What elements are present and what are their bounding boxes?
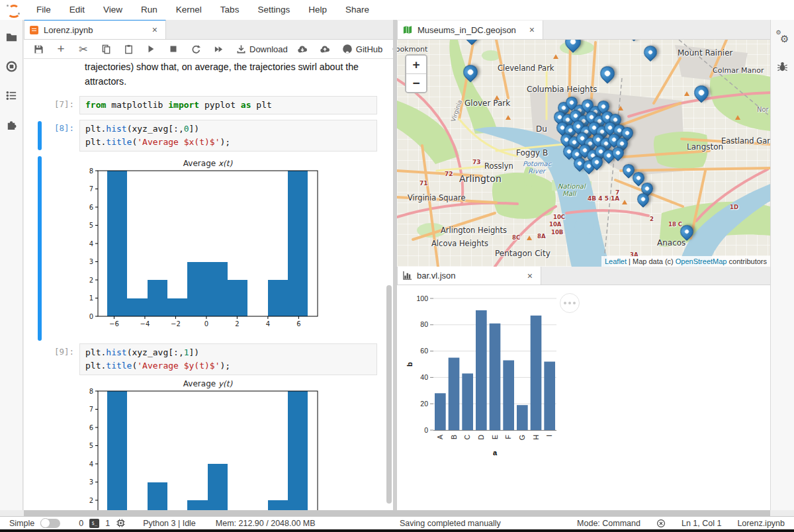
svg-text:2: 2 — [89, 277, 93, 284]
menu-file[interactable]: File — [27, 0, 60, 20]
main-area: Lorenz.ipynb × + ✂ — [0, 20, 794, 516]
save-icon[interactable] — [33, 44, 44, 54]
osm-link[interactable]: OpenStreetMap — [676, 257, 727, 265]
tab-bar-vl-json[interactable]: bar.vl.json × — [397, 267, 541, 285]
map-label: Alcova Heights — [431, 239, 488, 248]
tab-label: Museums_in_DC.geojson — [418, 25, 516, 35]
menu-settings[interactable]: Settings — [248, 0, 299, 20]
close-icon[interactable]: × — [525, 271, 535, 281]
svg-text:G: G — [518, 435, 526, 440]
leaflet-map[interactable]: + − Leaflet | Map data (c) OpenStreetMap… — [397, 40, 770, 267]
window-bottom-edge — [0, 529, 794, 532]
svg-text:C: C — [463, 435, 471, 440]
jupyterlab-app: FileEditViewRunKernelTabsSettingsHelpSha… — [0, 0, 794, 532]
map-label: 8A — [537, 233, 546, 240]
notebook-content: trajectories) show that, on average, the… — [24, 59, 393, 510]
run-icon[interactable] — [146, 44, 156, 54]
map-zoom-control: + − — [405, 54, 427, 93]
map-label: Langston — [687, 142, 723, 152]
file-browser-icon[interactable] — [5, 30, 18, 44]
zoom-in-button[interactable]: + — [406, 56, 426, 74]
menu-edit[interactable]: Edit — [60, 0, 94, 20]
cursor-position[interactable]: Ln 1, Col 1 — [682, 519, 721, 528]
statusbar: Simple 0 $_ 1 Python 3 | Idle Mem: 212.9… — [0, 516, 794, 529]
svg-text:40: 40 — [420, 373, 428, 381]
extension-manager-icon[interactable] — [5, 118, 18, 131]
map-label: Mall — [562, 190, 576, 197]
map-label: Mount Rainier — [678, 48, 732, 58]
svg-text:3: 3 — [89, 478, 93, 486]
trust-indicator-icon — [656, 519, 666, 528]
property-inspector-icon[interactable]: ⚙ ⚙ — [776, 30, 789, 44]
cloud-download-icon[interactable] — [297, 44, 308, 54]
menu-tabs[interactable]: Tabs — [211, 0, 249, 20]
right-sidebar: ⚙ ⚙ — [770, 20, 794, 510]
svg-text:7: 7 — [89, 185, 93, 193]
running-kernels-icon[interactable] — [5, 60, 18, 73]
svg-text:b: b — [406, 362, 414, 367]
svg-text:a: a — [493, 449, 498, 457]
menu-run[interactable]: Run — [132, 0, 167, 20]
svg-text:1: 1 — [89, 294, 93, 302]
github-button[interactable]: GitHub — [342, 44, 382, 54]
close-icon[interactable]: × — [150, 24, 160, 35]
close-icon[interactable]: × — [527, 24, 537, 35]
svg-text:4: 4 — [89, 240, 93, 247]
cloud-upload-icon[interactable] — [320, 44, 330, 54]
kernel-status[interactable]: Python 3 | Idle — [143, 519, 196, 528]
copy-icon[interactable] — [101, 44, 111, 54]
menu-help[interactable]: Help — [299, 0, 336, 20]
add-cell-icon[interactable]: + — [56, 44, 66, 54]
menu-items: FileEditViewRunKernelTabsSettingsHelpSha… — [27, 0, 378, 20]
output-collapser[interactable] — [38, 156, 42, 341]
cell-input[interactable]: plt.hist(xyz_avg[:,0])plt.title('Average… — [79, 120, 377, 152]
svg-text:8: 8 — [89, 388, 93, 395]
restart-run-all-icon[interactable] — [213, 44, 224, 54]
zoom-out-button[interactable]: − — [406, 74, 426, 92]
geojson-map-icon — [403, 25, 412, 34]
table-of-contents-icon[interactable] — [5, 89, 18, 102]
status-message: Saving completed manually — [400, 519, 501, 528]
svg-text:60: 60 — [420, 347, 428, 355]
cell-input[interactable]: plt.hist(xyz_avg[:,1])plt.title('Average… — [79, 343, 377, 375]
tab-museums-geojson[interactable]: Museums_in_DC.geojson × — [397, 21, 543, 39]
kernels-count: 1 — [105, 519, 110, 528]
input-collapser[interactable] — [38, 121, 42, 150]
menu-view[interactable]: View — [94, 0, 132, 20]
leaflet-link[interactable]: Leaflet — [605, 257, 627, 265]
menu-share[interactable]: Share — [336, 0, 378, 20]
github-label: GitHub — [356, 44, 382, 54]
menubar: FileEditViewRunKernelTabsSettingsHelpSha… — [0, 0, 794, 20]
code-line: plt.title('Average $y(t)$'); — [85, 359, 371, 373]
svg-text:7: 7 — [89, 406, 93, 413]
notebook-file-icon — [30, 26, 38, 34]
tab-label: Lorenz.ipynb — [44, 25, 93, 35]
histogram-x-output: Average x(t)012345678−6−4−20246 — [81, 157, 338, 326]
paste-icon[interactable] — [123, 44, 134, 54]
svg-text:6: 6 — [89, 424, 93, 431]
download-button[interactable]: Download — [236, 44, 288, 54]
map-label: 72 — [445, 171, 453, 177]
vega-actions-button[interactable] — [560, 293, 580, 313]
terminal-icon[interactable]: $_ — [89, 519, 99, 528]
simple-mode-toggle[interactable] — [40, 519, 60, 528]
svg-text:D: D — [477, 435, 485, 440]
cell-prompt: [8]: — [24, 120, 79, 152]
kernel-chip-icon[interactable] — [116, 518, 126, 528]
command-mode-indicator[interactable]: Mode: Command — [577, 519, 640, 528]
github-icon — [342, 44, 353, 54]
restart-kernel-icon[interactable] — [191, 44, 201, 54]
map-label: 4B 4 5 1A — [588, 195, 619, 202]
cut-icon[interactable]: ✂ — [78, 44, 89, 54]
stop-icon[interactable] — [168, 44, 179, 54]
code-cell: [8]:plt.hist(xyz_avg[:,0])plt.title('Ave… — [24, 120, 377, 152]
cell-input[interactable]: from matplotlib import pyplot as plt — [79, 96, 377, 114]
debugger-bug-icon[interactable] — [776, 60, 789, 73]
menu-kernel[interactable]: Kernel — [167, 0, 211, 20]
notebook-scrollbar[interactable] — [386, 285, 392, 504]
tab-lorenz-ipynb[interactable]: Lorenz.ipynb × — [24, 20, 166, 39]
map-label: Pentagon City — [495, 249, 551, 258]
horizontal-scroll-band[interactable] — [24, 510, 770, 516]
vega-chart-icon — [403, 271, 412, 280]
map-label: 1D — [730, 204, 738, 210]
